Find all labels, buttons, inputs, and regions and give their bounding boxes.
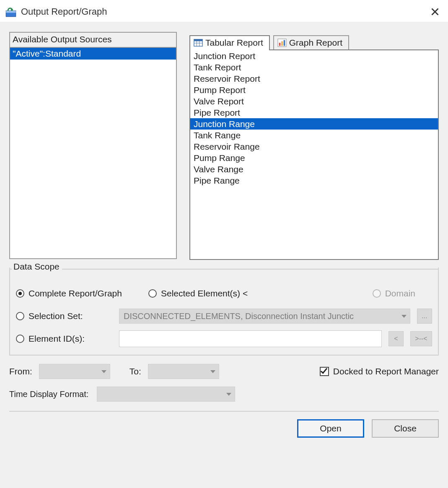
to-label: To: bbox=[129, 366, 141, 376]
report-item[interactable]: Junction Report bbox=[190, 50, 438, 62]
element-ids-input[interactable] bbox=[119, 330, 382, 347]
to-combo[interactable] bbox=[148, 364, 219, 379]
checkbox-icon bbox=[320, 367, 329, 376]
radio-label: Selection Set: bbox=[28, 311, 83, 321]
svg-rect-12 bbox=[281, 41, 283, 46]
element-ids-pick-button[interactable]: >--< bbox=[410, 331, 432, 346]
report-item[interactable]: Tank Range bbox=[190, 130, 438, 141]
reports-panel: Tabular Report Graph Report Junct bbox=[189, 32, 439, 260]
chevron-down-icon bbox=[210, 370, 215, 373]
dialog-body: Available Output Sources "Active":Standa… bbox=[0, 22, 448, 446]
time-range-row: From: To: Docked to Report Manager bbox=[9, 364, 439, 379]
radio-label: Complete Report/Graph bbox=[28, 288, 122, 299]
from-label: From: bbox=[9, 366, 32, 376]
report-item[interactable]: Reservoir Report bbox=[190, 73, 438, 84]
open-button[interactable]: Open bbox=[297, 419, 364, 438]
close-icon bbox=[431, 8, 439, 16]
close-button[interactable]: Close bbox=[372, 419, 439, 438]
report-type-list[interactable]: Junction Report Tank Report Reservoir Re… bbox=[189, 49, 439, 260]
radio-selected-elements[interactable]: Selected Element(s) < bbox=[148, 288, 274, 299]
dialog-buttons: Open Close bbox=[9, 419, 439, 438]
combo-value: DISCONNECTED_ELEMENTS, Disconnection Ins… bbox=[124, 311, 354, 321]
time-display-format-combo[interactable] bbox=[97, 387, 235, 402]
radio-label: Domain bbox=[385, 288, 415, 299]
checkbox-label: Docked to Report Manager bbox=[333, 366, 439, 376]
chevron-down-icon bbox=[401, 315, 407, 318]
radio-selection-set[interactable]: Selection Set: bbox=[16, 311, 112, 321]
table-icon bbox=[194, 38, 203, 47]
tab-graph-report[interactable]: Graph Report bbox=[273, 35, 349, 50]
report-item[interactable]: Pipe Range bbox=[190, 175, 438, 186]
svg-rect-1 bbox=[6, 11, 16, 13]
svg-rect-11 bbox=[279, 43, 280, 46]
app-icon bbox=[5, 6, 17, 18]
docked-checkbox[interactable]: Docked to Report Manager bbox=[320, 366, 439, 376]
selection-set-more-button[interactable]: ... bbox=[417, 309, 432, 324]
report-item[interactable]: Reservoir Range bbox=[190, 141, 438, 152]
available-output-sources-list[interactable]: "Active":Standard bbox=[9, 47, 177, 259]
radio-domain: Domain bbox=[373, 288, 415, 299]
chevron-down-icon bbox=[226, 393, 231, 396]
radio-dot-icon bbox=[373, 289, 381, 298]
report-item[interactable]: Pump Range bbox=[190, 152, 438, 164]
svg-point-2 bbox=[11, 9, 13, 11]
radio-complete-report[interactable]: Complete Report/Graph bbox=[16, 288, 142, 299]
window-title: Output Report/Graph bbox=[21, 6, 107, 17]
radio-label: Element ID(s): bbox=[28, 334, 85, 344]
time-display-format-row: Time Display Format: bbox=[9, 387, 439, 402]
selection-set-combo[interactable]: DISCONNECTED_ELEMENTS, Disconnection Ins… bbox=[119, 309, 410, 324]
report-item[interactable]: Pump Report bbox=[190, 84, 438, 96]
svg-rect-6 bbox=[194, 39, 202, 42]
from-combo[interactable] bbox=[39, 364, 110, 379]
radio-dot-icon bbox=[148, 289, 157, 298]
available-output-sources-header: Available Output Sources bbox=[9, 32, 177, 47]
radio-dot-icon bbox=[16, 335, 24, 343]
report-item[interactable]: Pipe Report bbox=[190, 107, 438, 118]
radio-dot-icon bbox=[16, 312, 24, 320]
chart-icon bbox=[277, 38, 287, 47]
element-ids-prev-button[interactable]: < bbox=[388, 331, 404, 346]
report-item[interactable]: Valve Report bbox=[190, 96, 438, 107]
tab-label: Tabular Report bbox=[205, 38, 263, 48]
time-display-format-label: Time Display Format: bbox=[9, 389, 88, 399]
chevron-down-icon bbox=[101, 370, 106, 373]
radio-label: Selected Element(s) < bbox=[161, 288, 248, 299]
available-output-sources-panel: Available Output Sources "Active":Standa… bbox=[9, 32, 177, 259]
svg-rect-13 bbox=[283, 40, 285, 46]
titlebar: Output Report/Graph bbox=[0, 0, 448, 22]
tab-label: Graph Report bbox=[289, 38, 342, 48]
tab-tabular-report[interactable]: Tabular Report bbox=[189, 35, 270, 50]
report-item[interactable]: Valve Range bbox=[190, 164, 438, 175]
report-tabs: Tabular Report Graph Report bbox=[189, 32, 439, 50]
output-source-item[interactable]: "Active":Standard bbox=[10, 48, 176, 60]
radio-dot-icon bbox=[16, 289, 24, 298]
window-close-button[interactable] bbox=[426, 3, 444, 21]
report-item[interactable]: Tank Report bbox=[190, 62, 438, 73]
report-item[interactable]: Junction Range bbox=[190, 118, 438, 130]
data-scope-group: Data Scope Complete Report/Graph Selecte… bbox=[9, 267, 439, 356]
separator bbox=[9, 411, 439, 412]
radio-element-ids[interactable]: Element ID(s): bbox=[16, 334, 112, 344]
data-scope-title: Data Scope bbox=[12, 262, 62, 272]
